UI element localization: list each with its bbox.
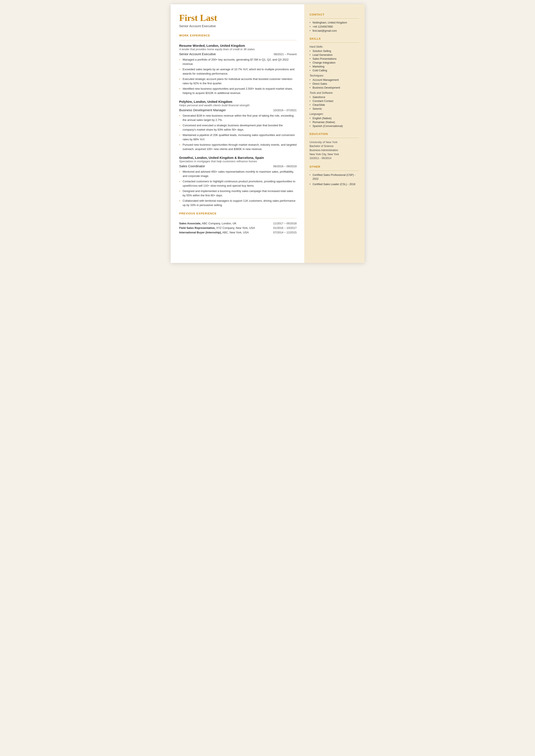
languages-label: Languages: [310, 113, 359, 116]
bullet-item-2-2: Designed and implemented a booming month… [179, 189, 297, 197]
tools-container: SalesforceConstant ContactClearSlideSeis… [310, 96, 359, 110]
edu-institution-0: University of New York [310, 141, 359, 144]
bullet-item-0-1: Exceeded sales targets by an average of … [179, 67, 297, 76]
techniques-container: Account ManagementDirect SalesBusiness D… [310, 78, 359, 89]
contact-heading: CONTACT [310, 13, 359, 16]
tools-container-item-3: Seismic [310, 107, 359, 110]
bullet-item-1-2: Maintained a pipeline of 20K qualified l… [179, 133, 297, 141]
bullet-item-2-1: Contacted customers to highlight continu… [179, 179, 297, 188]
prev-exp-desc-1: Field Sales Representative, XYZ Company,… [179, 226, 255, 230]
prev-exp-dates-0: 11/2017 – 05/2018 [273, 222, 296, 225]
tools-label: Tools and Software: [310, 91, 359, 95]
work-experience-heading: WORK EXPERIENCE [179, 34, 297, 37]
job-block-1: Polyhire, London, United KingdomHelps pe… [179, 100, 297, 151]
previous-experience-heading: PREVIOUS EXPERIENCE [179, 212, 297, 215]
languages-container-item-0: English (Native) [310, 117, 359, 120]
company-tagline-2: Specializes in mortgages that help custo… [179, 160, 297, 163]
contact-item-2: first.last@gmail.com [310, 29, 359, 32]
bullet-item-1-1: Conceived and executed a strategic busin… [179, 123, 297, 132]
company-bold-1: Polyhire, [179, 100, 193, 103]
company-name-0: Resume Worded, London, United Kingdom [179, 44, 297, 48]
candidate-title: Senior Account Executive [179, 24, 297, 28]
bullet-item-0-0: Managed a portfolio of 200+ key accounts… [179, 58, 297, 66]
bullet-item-1-0: Generated $1M in new business revenue wi… [179, 114, 297, 122]
prev-exp-desc-2: International Buyer (Internship), ABC, N… [179, 231, 249, 234]
skills-divider [310, 42, 359, 43]
languages-container-item-2: Spanish (Conversational) [310, 125, 359, 127]
other-divider [310, 170, 359, 171]
hard-skills-container-item-0: Solution Selling [310, 49, 359, 53]
job-row-2: Sales Coordinator06/2018 – 09/2019 [179, 164, 297, 168]
hard-skills-container-item-5: Cold Calling [310, 69, 359, 72]
bullet-item-2-0: Mentored and advised 450+ sales represen… [179, 170, 297, 178]
company-tagline-0: A lender that provides home equity lines… [179, 48, 297, 51]
other-heading: OTHER [310, 165, 359, 168]
job-title-0: Senior Account Executive [179, 52, 216, 56]
left-column: First Last Senior Account Executive WORK… [171, 4, 304, 263]
contact-container: Nottingham, United Kingdom+44 1234567890… [310, 21, 359, 32]
contact-item-0: Nottingham, United Kingdom [310, 21, 359, 24]
prev-exp-rest-1: XYZ Company, New York, USA [215, 226, 255, 230]
education-container: University of New YorkBachelor of Scienc… [310, 141, 359, 160]
bullet-item-0-2: Executed strategic account plans for ind… [179, 77, 297, 85]
prev-exp-bold-2: International Buyer (Internship), [179, 231, 222, 234]
job-row-0: Senior Account Executive08/2021 – Presen… [179, 52, 297, 56]
edu-block-0: University of New YorkBachelor of Scienc… [310, 141, 359, 160]
techniques-container-item-1: Direct Sales [310, 82, 359, 85]
candidate-name: First Last [179, 13, 297, 23]
bullet-item-0-3: Identified new business opportunities an… [179, 87, 297, 95]
company-rest-1: London, United Kingdom [193, 100, 232, 103]
bullet-list-0: Managed a portfolio of 200+ key accounts… [179, 58, 297, 95]
hard-skills-container-item-2: Sales Presentations [310, 57, 359, 60]
tools-container-item-0: Salesforce [310, 96, 359, 99]
job-title-2: Sales Coordinator [179, 164, 205, 168]
job-title-1: Business Development Manager [179, 108, 226, 112]
job-row-1: Business Development Manager10/2019 – 07… [179, 108, 297, 112]
resume-page: First Last Senior Account Executive WORK… [171, 4, 365, 263]
prev-exp-dates-1: 01/2016 – 10/2017 [273, 226, 296, 230]
bullet-list-1: Generated $1M in new business revenue wi… [179, 114, 297, 151]
contact-item-1: +44 1234567890 [310, 25, 359, 28]
prev-exp-bold-1: Field Sales Representative, [179, 226, 215, 230]
prev-exp-desc-0: Sales Associate, ABC Company, London, UK [179, 222, 237, 225]
jobs-container: Resume Worded, London, United KingdomA l… [179, 44, 297, 207]
techniques-container-item-0: Account Management [310, 78, 359, 81]
hard-skills-container-item-1: Lead Generation [310, 53, 359, 56]
tools-container-item-1: Constant Contact [310, 99, 359, 102]
other-item-1: Certified Sales Leader (CSL) - 2018 [310, 182, 359, 186]
company-rest-2: London, United Kingdom & Barcelona, Spai… [194, 156, 264, 159]
bullet-item-1-3: Pursued new business opportunities throu… [179, 143, 297, 151]
company-tagline-1: Helps personal and wealth clients build … [179, 104, 297, 107]
languages-container-item-1: Romanian (Native) [310, 121, 359, 124]
job-dates-2: 06/2018 – 09/2019 [273, 165, 296, 168]
prev-exp-dates-2: 07/2014 – 12/2015 [273, 231, 296, 234]
company-rest-0: London, United Kingdom [206, 44, 245, 47]
prev-exp-bold-0: Sales Associate, [179, 222, 201, 225]
company-bold-0: Resume Worded, [179, 44, 206, 47]
prev-exp-item-1: Field Sales Representative, XYZ Company,… [179, 226, 297, 230]
education-divider [310, 138, 359, 138]
job-dates-0: 08/2021 – Present [274, 53, 296, 56]
languages-container: English (Native)Romanian (Native)Spanish… [310, 117, 359, 127]
bullet-item-2-3: Collaborated with territorial managers t… [179, 199, 297, 207]
company-bold-2: Growthsi, [179, 156, 194, 159]
prev-exp-item-0: Sales Associate, ABC Company, London, UK… [179, 222, 297, 225]
education-heading: EDUCATION [310, 132, 359, 136]
skills-heading: SKILLS [310, 37, 359, 40]
job-dates-1: 10/2019 – 07/2021 [273, 109, 296, 112]
bullet-list-2: Mentored and advised 450+ sales represen… [179, 170, 297, 207]
hard-skills-container: Solution SellingLead GenerationSales Pre… [310, 49, 359, 72]
other-item-0: Certified Sales Professional (CSP) - 202… [310, 173, 359, 181]
tools-container-item-2: ClearSlide [310, 103, 359, 106]
prev-exp-item-2: International Buyer (Internship), ABC, N… [179, 231, 297, 234]
prev-exp-rest-0: ABC Company, London, UK [201, 222, 237, 225]
company-name-2: Growthsi, London, United Kingdom & Barce… [179, 156, 297, 160]
hard-skills-container-item-4: Marketing [310, 65, 359, 68]
company-name-1: Polyhire, London, United Kingdom [179, 100, 297, 104]
right-column: CONTACT Nottingham, United Kingdom+44 12… [304, 4, 365, 263]
techniques-label: Techniques: [310, 74, 359, 77]
edu-detail-0: Bachelor of ScienceBusiness Administrati… [310, 144, 359, 160]
previous-experience-container: Sales Associate, ABC Company, London, UK… [179, 222, 297, 234]
hard-skills-label: Hard Skills: [310, 45, 359, 48]
job-block-0: Resume Worded, London, United KingdomA l… [179, 44, 297, 95]
